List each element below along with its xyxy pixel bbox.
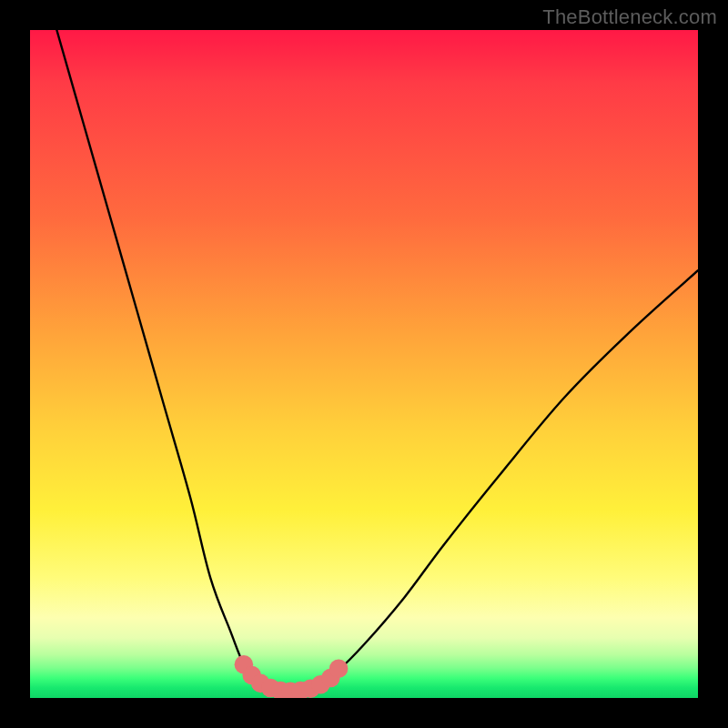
marker-dot — [251, 674, 270, 693]
marker-dot — [291, 682, 310, 698]
plot-area — [30, 30, 698, 698]
marker-dot — [321, 669, 340, 688]
marker-dot — [261, 679, 280, 698]
marker-dot — [311, 675, 330, 694]
marker-dot — [329, 659, 349, 678]
bottleneck-curve — [56, 30, 698, 692]
chart-svg — [30, 30, 698, 698]
marker-dot — [301, 679, 320, 698]
bottom-marker-run — [235, 655, 349, 698]
marker-dot — [242, 666, 261, 685]
marker-dot — [281, 682, 300, 698]
chart-frame: TheBottleneck.com — [0, 0, 728, 728]
marker-dot — [235, 655, 254, 674]
marker-dot — [271, 682, 290, 698]
watermark-text: TheBottleneck.com — [542, 5, 717, 29]
